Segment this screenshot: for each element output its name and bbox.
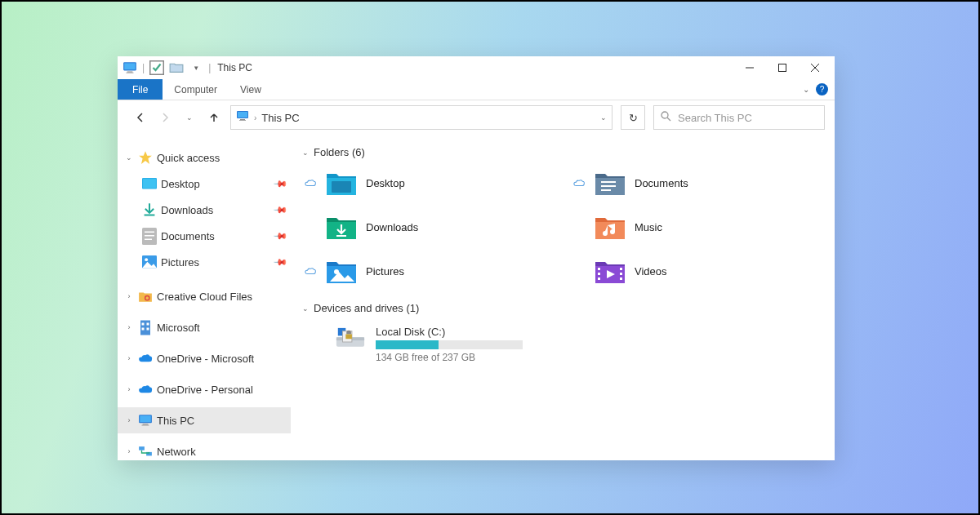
help-button[interactable]: ? [816, 83, 828, 95]
folder-item-videos[interactable]: · Videos [571, 253, 823, 289]
svg-rect-43 [620, 268, 622, 270]
chevron-down-icon: ⌄ [302, 304, 309, 313]
file-explorer-window: | ▼ | This PC File Computer View ⌄ ? ⌄ [118, 56, 835, 460]
folder-desktop-icon [325, 168, 358, 198]
address-dropdown-icon[interactable]: ⌄ [600, 113, 607, 122]
sidebar-item-pictures[interactable]: Pictures 📌 [118, 249, 291, 275]
sidebar-item-creative-cloud[interactable]: › Creative Cloud Files [118, 283, 291, 309]
sidebar-item-label: OneDrive - Personal [157, 384, 253, 396]
svg-rect-19 [145, 235, 154, 237]
svg-rect-20 [145, 238, 152, 240]
svg-rect-1 [124, 63, 136, 69]
forward-button[interactable] [157, 109, 173, 126]
drive-free-text: 134 GB free of 237 GB [376, 352, 523, 363]
chevron-right-icon[interactable]: › [124, 291, 134, 301]
svg-rect-16 [143, 179, 156, 188]
folder-item-downloads[interactable]: · Downloads [302, 209, 555, 245]
network-icon [138, 444, 153, 459]
drive-item-c[interactable]: Local Disk (C:) 134 GB free of 237 GB [302, 321, 823, 368]
checkmark-icon[interactable] [149, 60, 164, 75]
folder-item-desktop[interactable]: Desktop [302, 165, 555, 201]
folder-item-pictures[interactable]: Pictures [302, 253, 555, 289]
search-box[interactable] [653, 105, 825, 130]
sidebar-item-microsoft[interactable]: › Microsoft [118, 314, 291, 340]
sidebar-item-this-pc[interactable]: › This PC [118, 407, 291, 433]
chevron-right-icon[interactable]: › [124, 446, 134, 456]
sidebar-item-desktop[interactable]: Desktop 📌 [118, 171, 291, 197]
svg-rect-42 [598, 277, 600, 280]
tab-computer[interactable]: Computer [163, 79, 229, 100]
svg-rect-2 [127, 72, 133, 73]
address-bar[interactable]: › This PC ⌄ [230, 105, 612, 130]
folder-label: Music [635, 221, 662, 233]
ribbon: File Computer View ⌄ ? [118, 79, 835, 100]
sidebar-item-label: Microsoft [157, 322, 200, 334]
svg-rect-31 [143, 424, 149, 425]
sidebar-item-onedrive-personal[interactable]: › OneDrive - Personal [118, 376, 291, 402]
sidebar-item-label: Network [157, 446, 196, 458]
drive-name: Local Disk (C:) [376, 326, 523, 338]
sidebar-item-onedrive-microsoft[interactable]: › OneDrive - Microsoft [118, 345, 291, 371]
group-drives[interactable]: ⌄ Devices and drives (1) [302, 302, 823, 314]
chevron-right-icon[interactable]: › [124, 415, 134, 425]
pin-icon[interactable]: 📌 [272, 254, 287, 269]
folder-item-documents[interactable]: Documents [571, 165, 823, 201]
folder-label: Videos [635, 265, 667, 277]
group-folders[interactable]: ⌄ Folders (6) [302, 146, 823, 158]
sidebar-item-label: Creative Cloud Files [157, 291, 252, 303]
up-button[interactable] [206, 109, 222, 126]
sidebar-item-downloads[interactable]: Downloads 📌 [118, 197, 291, 223]
maximize-button[interactable] [766, 56, 799, 79]
chevron-right-icon[interactable]: › [124, 353, 134, 363]
svg-point-22 [145, 258, 148, 261]
search-icon [661, 110, 671, 125]
svg-rect-44 [620, 273, 622, 275]
window-title: This PC [217, 62, 252, 73]
svg-rect-26 [147, 322, 149, 325]
svg-rect-18 [145, 231, 154, 233]
svg-rect-11 [240, 119, 245, 120]
ribbon-expand-icon[interactable]: ⌄ [803, 85, 809, 94]
folder-small-icon[interactable] [169, 60, 184, 75]
svg-rect-25 [142, 322, 145, 325]
search-input[interactable] [678, 112, 817, 124]
titlebar: | ▼ | This PC [118, 56, 835, 79]
navigation-pane: ⌄ Quick access Desktop 📌 Downloads 📌 Doc… [118, 135, 291, 460]
drive-usage-bar [376, 340, 523, 349]
breadcrumb[interactable]: This PC [261, 112, 299, 124]
svg-rect-6 [779, 64, 786, 72]
tab-file[interactable]: File [118, 79, 163, 100]
svg-line-14 [667, 118, 670, 121]
back-button[interactable] [132, 109, 149, 126]
close-button[interactable] [799, 56, 831, 79]
content-pane: ⌄ Folders (6) Desktop [291, 135, 835, 460]
sidebar-item-label: Pictures [161, 256, 199, 269]
folder-label: Downloads [366, 221, 418, 233]
minimize-button[interactable] [733, 56, 766, 79]
sidebar-item-network[interactable]: › Network [118, 438, 291, 460]
sidebar-item-quick-access[interactable]: ⌄ Quick access [118, 144, 291, 171]
folder-item-music[interactable]: · Music [571, 209, 823, 245]
chevron-down-icon[interactable]: ⌄ [124, 153, 134, 162]
chevron-right-icon[interactable]: › [124, 322, 134, 332]
recent-locations-button[interactable]: ⌄ [181, 109, 198, 126]
chevron-right-icon: › [254, 113, 256, 122]
sidebar-item-documents[interactable]: Documents 📌 [118, 223, 291, 249]
monitor-icon [122, 60, 137, 75]
titlebar-separator: | [142, 62, 145, 73]
chevron-down-icon: ⌄ [302, 149, 309, 157]
dropdown-icon[interactable]: ▼ [189, 60, 203, 75]
tab-view[interactable]: View [229, 79, 273, 100]
chevron-right-icon[interactable]: › [124, 384, 134, 394]
folder-music-icon [594, 212, 626, 242]
sidebar-item-label: Documents [161, 230, 215, 242]
svg-rect-12 [239, 120, 246, 121]
svg-rect-37 [601, 185, 616, 187]
document-icon [142, 229, 157, 243]
refresh-button[interactable]: ↻ [621, 105, 645, 130]
svg-rect-33 [139, 446, 145, 451]
cloud-status-icon [304, 264, 317, 277]
pin-icon[interactable]: 📌 [272, 228, 287, 243]
pin-icon[interactable]: 📌 [272, 202, 287, 217]
pin-icon[interactable]: 📌 [272, 175, 287, 191]
